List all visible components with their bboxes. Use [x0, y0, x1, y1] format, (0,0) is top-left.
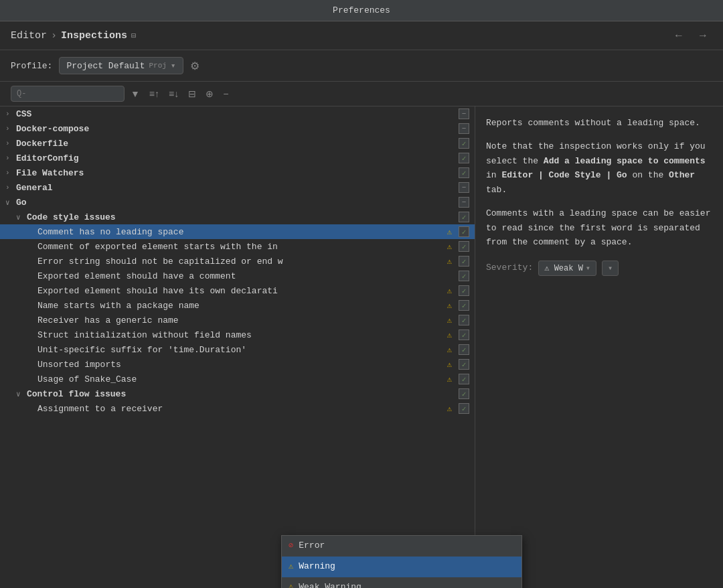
- tree-item-css[interactable]: ›CSS: [0, 106, 475, 121]
- severity-dropdown[interactable]: ⚠ Weak W ▾: [538, 261, 596, 276]
- tree-label-assignment-receiver: Assignment to a receiver: [37, 404, 447, 414]
- tree-item-exported-decl[interactable]: Exported element should have its own dec…: [0, 283, 475, 298]
- tree-item-go[interactable]: ∨Go: [0, 195, 475, 210]
- tree-toggle-go[interactable]: ∨: [5, 198, 16, 207]
- filter-button[interactable]: ▼: [127, 87, 143, 100]
- preferences-title: Preferences: [333, 5, 390, 15]
- checkbox-go[interactable]: [459, 197, 469, 208]
- search-input[interactable]: [11, 86, 125, 102]
- tree-item-assignment-receiver[interactable]: Assignment to a receiver⚠: [0, 401, 475, 416]
- tree-label-name-package: Name starts with a package name: [37, 301, 447, 311]
- inspections-tree: ›CSS›Docker-compose›Dockerfile›EditorCon…: [0, 106, 475, 588]
- expand-all-button[interactable]: ≡↑: [146, 87, 163, 100]
- tree-toggle-file-watchers[interactable]: ›: [5, 169, 16, 177]
- warn-icon-comment-leading: ⚠: [447, 227, 452, 237]
- desc-p2: Note that the inspection works only if y…: [486, 139, 712, 197]
- breadcrumb-current: Inspections: [61, 30, 127, 42]
- tree-item-snake-case[interactable]: Usage of Snake_Case⚠: [0, 372, 475, 386]
- checkbox-assignment-receiver[interactable]: [459, 403, 469, 414]
- warn-icon-assignment-receiver: ⚠: [447, 404, 452, 414]
- checkbox-general[interactable]: [459, 182, 469, 193]
- profile-tag: Proj: [149, 62, 166, 70]
- dropdown-item-warning[interactable]: ⚠Warning: [282, 557, 521, 577]
- warning-icon: ⚠: [289, 561, 293, 573]
- warn-icon-unit-suffix: ⚠: [447, 345, 452, 355]
- tree-item-exported-comment[interactable]: Exported element should have a comment: [0, 269, 475, 283]
- tree-item-comment-leading[interactable]: Comment has no leading space⚠: [0, 224, 475, 239]
- checkbox-error-string[interactable]: [459, 256, 469, 267]
- checkbox-struct-init[interactable]: [459, 329, 469, 340]
- back-button[interactable]: ←: [669, 28, 688, 43]
- checkbox-docker-compose[interactable]: [459, 123, 469, 134]
- tree-item-unit-suffix[interactable]: Unit-specific suffix for 'time.Duration'…: [0, 342, 475, 357]
- tree-label-dockerfile: Dockerfile: [16, 139, 456, 149]
- tree-item-name-package[interactable]: Name starts with a package name⚠: [0, 298, 475, 313]
- tree-label-snake-case: Usage of Snake_Case: [37, 374, 447, 384]
- tree-label-code-style: Code style issues: [27, 212, 456, 222]
- tree-toggle-css[interactable]: ›: [5, 110, 16, 118]
- tree-label-receiver-name: Receiver has a generic name: [37, 315, 447, 325]
- profile-dropdown[interactable]: Project Default Proj ▾: [59, 57, 183, 74]
- checkbox-exported-decl[interactable]: [459, 285, 469, 296]
- remove-button[interactable]: −: [220, 87, 232, 100]
- tree-item-receiver-name[interactable]: Receiver has a generic name⚠: [0, 313, 475, 327]
- tree-item-code-style[interactable]: ∨Code style issues: [0, 210, 475, 224]
- tree-item-unsorted[interactable]: Unsorted imports⚠: [0, 357, 475, 372]
- tree-item-docker-compose[interactable]: ›Docker-compose: [0, 121, 475, 136]
- tree-item-editorconfig[interactable]: ›EditorConfig: [0, 151, 475, 165]
- tree-toggle-general[interactable]: ›: [5, 183, 16, 192]
- tree-item-general[interactable]: ›General: [0, 180, 475, 195]
- warn-icon-unsorted: ⚠: [447, 360, 452, 370]
- checkbox-exported-comment[interactable]: [459, 271, 469, 281]
- checkbox-code-style[interactable]: [459, 212, 469, 222]
- warn-icon-snake-case: ⚠: [447, 374, 452, 384]
- checkbox-css[interactable]: [459, 108, 469, 119]
- checkbox-dockerfile[interactable]: [459, 138, 469, 149]
- checkbox-name-package[interactable]: [459, 300, 469, 311]
- collapse-all-button[interactable]: ≡↓: [165, 87, 182, 100]
- breadcrumb-nav: ← →: [669, 28, 712, 43]
- breadcrumb-icon: ⊟: [131, 31, 136, 41]
- tree-toggle-editorconfig[interactable]: ›: [5, 154, 16, 162]
- tree-toggle-dockerfile[interactable]: ›: [5, 139, 16, 147]
- checkbox-snake-case[interactable]: [459, 374, 469, 384]
- title-bar: Preferences: [0, 0, 723, 21]
- tree-label-comment-leading: Comment has no leading space: [37, 227, 447, 237]
- tree-item-control-flow[interactable]: ∨Control flow issues: [0, 386, 475, 401]
- tree-toggle-docker-compose[interactable]: ›: [5, 125, 16, 133]
- tree-item-file-watchers[interactable]: ›File Watchers: [0, 165, 475, 180]
- error-icon: ⊘: [289, 540, 293, 553]
- tree-toggle-control-flow[interactable]: ∨: [16, 390, 27, 398]
- warning-icon: ⚠: [289, 581, 293, 588]
- severity-label: Severity:: [486, 261, 533, 275]
- dropdown-item-error[interactable]: ⊘Error: [282, 536, 521, 557]
- checkbox-comment-exported[interactable]: [459, 241, 469, 252]
- warn-icon-comment-exported: ⚠: [447, 242, 452, 252]
- forward-button[interactable]: →: [694, 28, 712, 43]
- tree-item-struct-init[interactable]: Struct initialization without field name…: [0, 327, 475, 342]
- tree-item-error-string[interactable]: Error string should not be capitalized o…: [0, 254, 475, 269]
- tree-item-comment-exported[interactable]: Comment of exported element starts with …: [0, 239, 475, 254]
- add-button[interactable]: ⊕: [202, 87, 217, 100]
- checkbox-editorconfig[interactable]: [459, 153, 469, 163]
- toggle-button[interactable]: ⊟: [185, 87, 199, 100]
- checkbox-unsorted[interactable]: [459, 359, 469, 370]
- profile-dropdown-arrow: ▾: [171, 60, 176, 71]
- tree-item-dockerfile[interactable]: ›Dockerfile: [0, 136, 475, 151]
- breadcrumb-parent[interactable]: Editor: [11, 30, 47, 42]
- gear-button[interactable]: ⚙: [190, 60, 199, 72]
- checkbox-receiver-name[interactable]: [459, 315, 469, 325]
- severity-extra-dropdown[interactable]: ▾: [602, 261, 619, 276]
- description-panel: Reports comments without a leading space…: [486, 116, 712, 250]
- checkbox-control-flow[interactable]: [459, 388, 469, 399]
- checkbox-file-watchers[interactable]: [459, 167, 469, 178]
- checkbox-comment-leading[interactable]: [459, 226, 469, 237]
- checkbox-unit-suffix[interactable]: [459, 344, 469, 355]
- severity-dropdown-overlay: ⊘Error⚠Warning⚠Weak Warning⚠Server Probl…: [281, 535, 522, 588]
- tree-toggle-code-style[interactable]: ∨: [16, 213, 27, 222]
- tree-label-error-string: Error string should not be capitalized o…: [37, 256, 447, 267]
- dropdown-item-weak-warning[interactable]: ⚠Weak Warning: [282, 577, 521, 588]
- tree-label-css: CSS: [16, 109, 456, 119]
- tree-label-struct-init: Struct initialization without field name…: [37, 330, 447, 340]
- tree-label-exported-comment: Exported element should have a comment: [37, 271, 456, 281]
